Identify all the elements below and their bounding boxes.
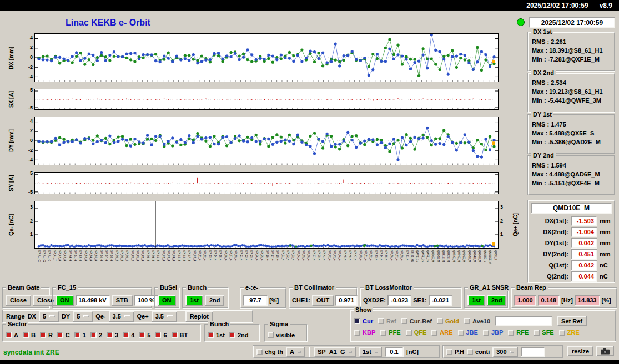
show-checkbox-qfe[interactable]: QFE [406, 329, 427, 336]
range-dx-select[interactable]: 5 [39, 311, 59, 322]
titlebar-version: v8.9 [600, 2, 612, 9]
sector-checkbox-a[interactable]: A [6, 332, 18, 338]
beam-gate-close-button-1[interactable]: Close [6, 295, 31, 306]
stats-max: Max : 5.488@QX5E_S [532, 129, 611, 138]
checkbox-indicator [208, 332, 214, 338]
sector-checkbox-b[interactable]: B [23, 332, 36, 338]
sector-checkbox-6[interactable]: 6 [155, 332, 167, 338]
conti-checkbox[interactable]: conti [467, 348, 490, 355]
che1-out-button[interactable]: OUT [312, 295, 334, 306]
x-axis-label: SP_A2_4 [58, 250, 61, 261]
bunch-number-select[interactable]: 1st [359, 347, 382, 357]
checkbox-label: C [66, 332, 70, 338]
qmd-row: Q(1st):0.042nC [531, 260, 612, 271]
y-tick-label: -2 [28, 148, 33, 153]
sector-checkbox-2[interactable]: 2 [90, 332, 102, 338]
beam-rep-hz-unit: [Hz] [561, 297, 573, 304]
x-axis-label: SP_51_4 [364, 250, 366, 261]
x-axis-label: SP_57_4 [395, 250, 398, 261]
checkbox-label: 2 [99, 332, 102, 338]
range-dy-select[interactable]: 5 [73, 311, 93, 322]
sector-checkbox-c[interactable]: C [57, 332, 70, 338]
sector-checkbox-bt[interactable]: BT [172, 332, 188, 338]
y-tick-label: -5 [28, 189, 33, 195]
dy-axis-label: DY [mm] [4, 117, 18, 165]
sector-checkbox-3[interactable]: 3 [107, 332, 118, 338]
qmd-row-unit: mm [600, 229, 612, 235]
checkbox-indicator [268, 332, 274, 338]
x-axis-label: QWFE_2M [421, 250, 424, 262]
show-checkbox-kbp[interactable]: KBP [354, 329, 375, 336]
range-qe-plus-select[interactable]: 3.5 [152, 311, 177, 322]
stats-rms: RMS : 1.594 [532, 161, 611, 170]
sector-checkbox-1[interactable]: 1 [74, 332, 86, 338]
checkbox-label: Ave10 [472, 318, 490, 325]
sp-monitor-select[interactable]: SP_A1_G [314, 347, 356, 357]
set-ref-input[interactable] [495, 316, 552, 326]
checkbox-label: Gold [445, 318, 459, 325]
monitor-group-select[interactable]: A [286, 347, 305, 357]
sector-checkbox-5[interactable]: 5 [139, 332, 150, 338]
show-checkbox-jbp[interactable]: JBP [483, 329, 503, 336]
stats-max: Max : 4.488@QAD6E_M [532, 170, 611, 179]
se1-value: -0.021 [429, 295, 452, 306]
sync-time-display: 2025/12/02 17:00:59 [529, 17, 615, 28]
qmd-row-value: 0.042 [571, 238, 597, 249]
range-qe-plus-label: Qe+ [137, 313, 149, 320]
sector-checkbox-4[interactable]: 4 [123, 332, 134, 338]
busel-on-button[interactable]: ON [158, 295, 176, 306]
show-checkbox-ave10[interactable]: Ave10 [464, 318, 490, 325]
qmd-row-value: 0.044 [571, 271, 597, 282]
chg-th-checkbox[interactable]: chg th [256, 348, 283, 355]
gr-a1-2nd-button[interactable]: 2nd [487, 295, 507, 306]
qmd-row-unit: mm [600, 251, 612, 257]
x-axis-label: SP_B2_4 [79, 250, 82, 261]
checkbox-indicator [483, 330, 489, 336]
bunch-checkbox-1st[interactable]: 1st [208, 332, 225, 338]
show-checkbox-rfe[interactable]: RFE [508, 329, 529, 336]
bunch-2nd-button[interactable]: 2nd [205, 295, 225, 306]
show-checkbox-gold[interactable]: Gold [437, 318, 459, 325]
bunch-1st-button[interactable]: 1st [185, 295, 203, 306]
resize-button[interactable]: resize [567, 346, 593, 356]
ee-ratio-group: e-:e- 97.7 [%] [240, 287, 286, 309]
range-dx-label: DX [28, 313, 36, 320]
checkbox-label: 5 [147, 332, 150, 338]
sx-ytick-gutter: 5-5 [18, 89, 34, 110]
show-checkbox-cur-ref[interactable]: Cur-Ref [401, 318, 432, 325]
show-checkbox-pfe[interactable]: PFE [380, 329, 400, 336]
ph-checkbox[interactable]: P.H [446, 348, 464, 355]
threshold-value: 0.1 [385, 347, 404, 357]
checkbox-indicator [107, 332, 113, 338]
gr-a1-1st-button[interactable]: 1st [467, 295, 485, 306]
fc15-on-button[interactable]: ON [56, 295, 74, 306]
checkbox-indicator [139, 332, 145, 338]
show-checkbox-cur[interactable]: Cur [354, 318, 373, 325]
charge-plot-row: Qe- [nC] 123 123 Qe+ [nC] [4, 201, 526, 249]
checkbox-indicator [431, 330, 437, 336]
fc15-stb-button[interactable]: STB [112, 295, 133, 306]
show-checkbox-jbe[interactable]: JBE [458, 329, 478, 336]
show-checkbox-ref[interactable]: Ref [378, 318, 396, 325]
set-ref-button[interactable]: Set Ref [557, 316, 587, 326]
checkbox-label: P.H [455, 348, 464, 355]
chart-svg-SY [35, 173, 498, 194]
checkbox-label: JBE [466, 329, 478, 336]
range-qe-minus-value: 3.5 [113, 313, 121, 320]
interval-select[interactable]: 300 [492, 347, 518, 357]
count-input[interactable] [521, 347, 545, 357]
screenshot-button[interactable] [596, 346, 614, 356]
show-checkbox-zre[interactable]: ZRE [559, 329, 580, 336]
range-qe-minus-select[interactable]: 3.5 [109, 311, 134, 322]
show-checkbox-are[interactable]: ARE [431, 329, 452, 336]
replot-button[interactable]: Replot [185, 311, 213, 322]
bunch-checkbox-2nd[interactable]: 2nd [229, 332, 249, 338]
group-title: Show [354, 306, 373, 314]
group-title: Bunch [186, 284, 208, 291]
charge-ytick-gutter: 123 [18, 201, 34, 249]
sigma-visible-checkbox[interactable]: visible [268, 332, 295, 338]
y-tick-label: 2 [30, 218, 33, 224]
x-axis-label: SP_A1_T [53, 250, 56, 261]
show-checkbox-sfe[interactable]: SFE [534, 329, 553, 336]
sector-checkbox-r[interactable]: R [40, 332, 53, 338]
